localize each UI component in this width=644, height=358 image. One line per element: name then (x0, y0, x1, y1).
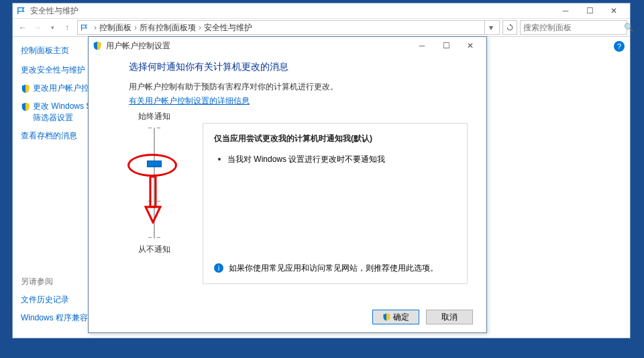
dialog-heading: 选择何时通知你有关计算机更改的消息 (129, 61, 466, 73)
info-note: i 如果你使用常见应用和访问常见网站，则推荐使用此选项。 (214, 263, 456, 274)
sidebar-item-label: 更改安全性与维护 (21, 64, 85, 76)
shield-icon (21, 102, 30, 111)
uac-slider-area: 始终通知 从不通知 (121, 111, 188, 272)
sidebar-item-label: 查看存档的消息 (21, 130, 77, 142)
dialog-body: 选择何时通知你有关计算机更改的消息 用户帐户控制有助于预防有害程序对你的计算机进… (89, 54, 486, 107)
back-button[interactable]: ← (15, 20, 30, 35)
maximize-button[interactable]: ☐ (578, 3, 602, 18)
shield-icon (93, 41, 102, 50)
search-input[interactable] (523, 23, 624, 32)
help-icon[interactable]: ? (614, 41, 625, 52)
breadcrumb-part[interactable]: 安全性与维护 (204, 22, 252, 34)
sidebar-item-label: 文件历史记录 (21, 294, 69, 306)
info-bullet: 当我对 Windows 设置进行更改时不要通知我 (214, 154, 456, 165)
info-icon: i (214, 263, 223, 273)
cancel-button-label: 取消 (441, 312, 458, 323)
slider-bottom-label: 从不通知 (121, 244, 188, 255)
recent-dropdown[interactable]: ▾ (45, 20, 60, 35)
minimize-button[interactable]: ─ (553, 3, 578, 18)
window-title: 安全性与维护 (30, 5, 553, 17)
sidebar-item-label: Windows 程序兼容 (21, 312, 88, 324)
sidebar-item-label: 更改用户帐户控制 (33, 83, 90, 94)
info-title: 仅当应用尝试更改我的计算机时通知我(默认) (214, 133, 456, 144)
refresh-icon (506, 24, 514, 32)
flag-icon (17, 6, 26, 15)
info-bullet-text: 当我对 Windows 设置进行更改时不要通知我 (227, 154, 385, 165)
up-button[interactable]: ↑ (60, 20, 74, 35)
dialog-minimize-button[interactable]: ─ (410, 38, 434, 53)
uac-slider[interactable] (152, 128, 156, 238)
sidebar-item-label: 筛选器设置 (33, 112, 73, 124)
ok-button[interactable]: 确定 (372, 310, 419, 324)
breadcrumb[interactable]: › 控制面板 › 所有控制面板项 › 安全性与维护 ▾ (77, 20, 500, 35)
info-note-text: 如果你使用常见应用和访问常见网站，则推荐使用此选项。 (229, 263, 438, 274)
dialog-description: 用户帐户控制有助于预防有害程序对你的计算机进行更改。 (129, 81, 466, 93)
slider-rail (154, 128, 155, 238)
toolbar: ← → ▾ ↑ › 控制面板 › 所有控制面板项 › 安全性与维护 ▾ 🔍 (13, 18, 630, 37)
sidebar-item-compat[interactable]: Windows 程序兼容 (21, 312, 90, 324)
slider-thumb[interactable] (147, 161, 162, 167)
breadcrumb-part[interactable]: 所有控制面板项 (140, 22, 196, 34)
sidebar-item-label: 更改 Windows Sm (33, 101, 90, 112)
see-also-heading: 另请参阅 (21, 276, 90, 287)
sidebar-item-uac[interactable]: 更改用户帐户控制 (21, 83, 90, 94)
dialog-close-button[interactable]: ✕ (458, 38, 482, 53)
dialog-help-link[interactable]: 有关用户帐户控制设置的详细信息 (129, 96, 250, 105)
slider-top-label: 始终通知 (121, 111, 188, 122)
forward-button[interactable]: → (30, 20, 45, 35)
bullet-icon (218, 158, 221, 161)
ok-button-label: 确定 (393, 312, 409, 323)
search-icon[interactable]: 🔍 (624, 23, 634, 32)
shield-icon (382, 313, 390, 321)
shield-icon (21, 84, 30, 93)
search-box[interactable]: 🔍 (520, 20, 627, 35)
close-button[interactable]: ✕ (602, 3, 626, 18)
sidebar-item-archive[interactable]: 查看存档的消息 (21, 130, 90, 142)
refresh-button[interactable] (502, 20, 517, 35)
flag-icon (80, 24, 89, 32)
uac-dialog: 用户帐户控制设置 ─ ☐ ✕ 选择何时通知你有关计算机更改的消息 用户帐户控制有… (88, 36, 487, 333)
outer-titlebar: 安全性与维护 ─ ☐ ✕ (13, 3, 630, 18)
cancel-button[interactable]: 取消 (426, 310, 473, 324)
sidebar-item-smartscreen[interactable]: 更改 Windows Sm 筛选器设置 (21, 101, 90, 124)
uac-info-panel: 仅当应用尝试更改我的计算机时通知我(默认) 当我对 Windows 设置进行更改… (203, 123, 468, 284)
sidebar-title[interactable]: 控制面板主页 (21, 45, 90, 56)
dialog-titlebar: 用户帐户控制设置 ─ ☐ ✕ (89, 37, 486, 54)
dialog-buttons: 确定 取消 (372, 310, 473, 324)
sidebar-item-security[interactable]: 更改安全性与维护 (21, 64, 90, 76)
sidebar: 控制面板主页 更改安全性与维护 更改用户帐户控制 更改 Windows Sm 筛… (13, 37, 90, 338)
breadcrumb-part[interactable]: 控制面板 (99, 22, 131, 34)
dialog-title: 用户帐户控制设置 (106, 40, 410, 52)
dialog-maximize-button[interactable]: ☐ (434, 38, 458, 53)
sidebar-item-filehistory[interactable]: 文件历史记录 (21, 294, 90, 306)
breadcrumb-dropdown[interactable]: ▾ (484, 21, 496, 34)
